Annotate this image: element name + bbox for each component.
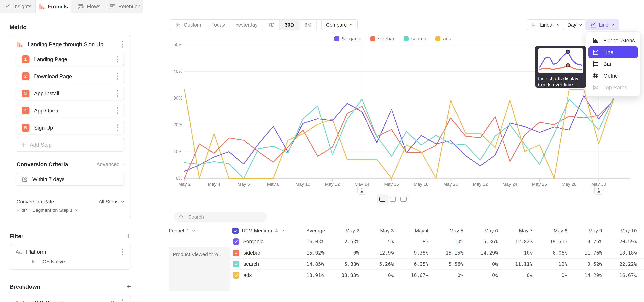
menu-item-funnel-steps[interactable]: Funnel Steps <box>588 34 638 46</box>
menu-item-metric[interactable]: Metric <box>588 70 638 82</box>
select-all-checkbox[interactable] <box>232 228 239 234</box>
date-column-header[interactable]: May 3 <box>360 228 395 234</box>
funnel-step-2[interactable]: 2 Download Page <box>16 70 125 83</box>
layout-split-view-button[interactable] <box>377 194 388 204</box>
tab-flows[interactable]: Flows <box>71 0 107 13</box>
average-column-header[interactable]: Average <box>291 226 325 236</box>
cell-value: 5.56% <box>430 261 464 267</box>
cell-value: 0% <box>430 272 464 278</box>
filter-value[interactable]: iOS Native <box>42 259 65 264</box>
cell-value: 12.82% <box>499 239 534 244</box>
breakdown-column-header[interactable]: UTM Medium 4 <box>232 228 291 234</box>
breakdown-property-name[interactable]: UTM Medium <box>32 300 110 302</box>
table-row-search[interactable]: search 14.85%5.88%5.26%6.25%5.56%0%11.11… <box>169 258 644 270</box>
filter-kebab-menu-icon[interactable] <box>119 248 126 256</box>
annotation-badge[interactable]: 1 <box>594 186 603 194</box>
funnel-column-header[interactable]: Funnel 1 <box>169 228 232 234</box>
interval-dropdown-button[interactable]: Day <box>563 20 587 30</box>
cell-value: 14.29% <box>464 250 499 256</box>
cell-value: 9.38% <box>395 250 430 256</box>
step-kebab-menu-icon[interactable] <box>114 107 121 114</box>
x-axis-label: May 6 <box>238 182 250 187</box>
cell-value: 18.18% <box>603 250 638 256</box>
step-kebab-menu-icon[interactable] <box>114 90 121 97</box>
funnel-step-4[interactable]: 4 App Open <box>16 104 125 117</box>
search-input[interactable] <box>188 214 262 220</box>
filter-segment-dropdown[interactable]: Filter + Segment on Step 1 <box>16 206 124 214</box>
add-filter-button[interactable]: + <box>126 232 131 240</box>
row-checkbox[interactable] <box>233 261 239 267</box>
date-column-header[interactable]: May 10 <box>603 228 638 234</box>
step-label: App Open <box>34 108 114 114</box>
legend-item-search[interactable]: search <box>404 36 426 42</box>
row-checkbox[interactable] <box>233 272 239 278</box>
compare-button[interactable]: Compare <box>321 20 358 30</box>
funnel-step-3[interactable]: 3 App Install <box>16 87 125 100</box>
metric-kebab-menu-icon[interactable] <box>119 41 126 48</box>
row-checkbox[interactable] <box>233 238 239 245</box>
step-kebab-menu-icon[interactable] <box>114 124 121 131</box>
date-column-header[interactable]: May 2 <box>325 228 360 234</box>
date-column-header[interactable]: May 8 <box>534 228 568 234</box>
range-today[interactable]: Today <box>206 20 230 30</box>
chart-legend: $organicsidebarsearchads <box>142 36 644 42</box>
y-axis-label: 10% <box>164 149 182 154</box>
report-type-tabbar: InsightsFunnelsFlowsRetention <box>0 0 142 14</box>
add-breakdown-button[interactable]: + <box>126 283 131 290</box>
step-number-badge: 2 <box>22 72 29 80</box>
drag-handle-icon[interactable] <box>16 300 18 302</box>
date-column-header[interactable]: May 9 <box>568 228 603 234</box>
cell-value: 5.26% <box>360 261 395 267</box>
table-header-row: Funnel 1 UTM Medium 4 AverageMay 2May 3M… <box>169 226 644 236</box>
range-custom[interactable]: Custom <box>170 20 206 30</box>
x-axis-label: May 4 <box>208 182 220 187</box>
all-steps-dropdown[interactable]: All Steps <box>99 199 124 204</box>
table-row-sidebar[interactable]: sidebar 15.92%0%12.9%9.38%15.15%14.29%10… <box>169 247 644 258</box>
tab-insights[interactable]: Insights <box>0 0 36 13</box>
cell-value: 8% <box>395 239 430 244</box>
funnel-step-5[interactable]: 5 Sign Up <box>16 121 125 134</box>
funnel-name-cell[interactable]: Product Viewed through P… <box>169 247 230 292</box>
date-column-header[interactable]: May 4 <box>395 228 430 234</box>
annotation-badge[interactable]: 1 <box>358 186 366 194</box>
menu-item-bar[interactable]: Bar <box>588 58 638 70</box>
breakdown-kebab-menu-icon[interactable] <box>119 299 126 302</box>
remove-breakdown-icon[interactable] <box>110 300 115 302</box>
range-7d[interactable]: 7D <box>263 20 280 30</box>
table-row-organic[interactable]: $organic 16.03%2.63%5%8%10%5.36%12.82%19… <box>169 236 644 247</box>
chart-type-menu: Funnel StepsLineBarMetricTop Paths <box>586 31 640 97</box>
legend-item-organic[interactable]: $organic <box>334 36 361 42</box>
filter-property-name[interactable]: Platform <box>26 249 119 255</box>
range-3m[interactable]: 3M <box>299 20 317 30</box>
cell-value: 6.06% <box>534 250 568 256</box>
chevron-down-icon <box>349 23 353 27</box>
tooltip-mini-chart <box>538 48 583 73</box>
legend-item-sidebar[interactable]: sidebar <box>370 36 394 42</box>
advanced-dropdown[interactable]: Advanced <box>96 162 126 168</box>
step-kebab-menu-icon[interactable] <box>114 73 121 80</box>
step-number-badge: 1 <box>22 55 29 63</box>
range-yesterday[interactable]: Yesterday <box>230 20 263 30</box>
layout-chart-view-button[interactable] <box>388 194 398 204</box>
funnel-step-1[interactable]: 1 Landing Page <box>16 52 125 66</box>
date-column-header[interactable]: May 7 <box>499 228 534 234</box>
plus-icon: + <box>22 141 26 148</box>
conversion-window-button[interactable]: Within 7 days <box>16 173 125 186</box>
menu-item-line[interactable]: Line <box>588 46 638 58</box>
filter-operator[interactable]: Is <box>32 259 36 264</box>
layout-table-view-button[interactable] <box>398 194 408 204</box>
date-column-header[interactable]: May 5 <box>430 228 464 234</box>
chart-type-dropdown-button[interactable]: Line <box>586 20 619 30</box>
date-column-header[interactable]: May 6 <box>464 228 499 234</box>
legend-item-ads[interactable]: ads <box>435 36 451 42</box>
step-kebab-menu-icon[interactable] <box>114 56 121 63</box>
tab-retention[interactable]: Retention <box>107 0 142 13</box>
tab-funnels[interactable]: Funnels <box>36 0 72 14</box>
step-label: Landing Page <box>34 56 114 62</box>
row-checkbox[interactable] <box>233 250 239 256</box>
table-row-ads[interactable]: ads 13.91%33.33%0%16.67%0%0%0%0%14.29%16… <box>169 270 644 281</box>
range-30d[interactable]: 30D <box>280 20 299 30</box>
add-step-button[interactable]: + Add Step <box>16 138 125 152</box>
cell-value: 5.36% <box>464 239 499 244</box>
scale-dropdown-button[interactable]: Linear <box>527 20 565 30</box>
